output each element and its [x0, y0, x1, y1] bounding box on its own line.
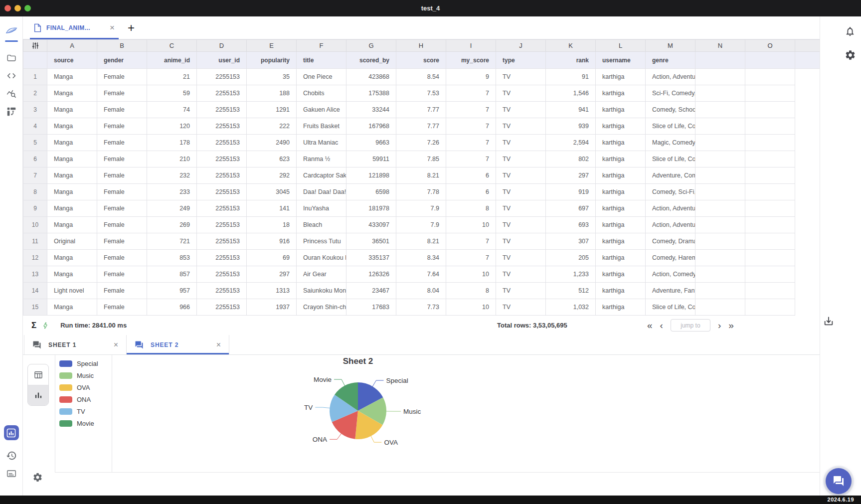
- column-letter-H[interactable]: H: [396, 40, 446, 52]
- new-document-tab-button[interactable]: +: [128, 22, 135, 34]
- grid-cell[interactable]: Female: [97, 102, 147, 118]
- grid-cell[interactable]: 9663: [346, 135, 396, 151]
- grid-cell[interactable]: 802: [546, 151, 596, 168]
- grid-cell[interactable]: Comedy, Drama, M: [646, 233, 695, 250]
- grid-cell[interactable]: [745, 200, 795, 217]
- sheet-tab-1[interactable]: SHEET 1 ×: [24, 335, 127, 354]
- grid-cell[interactable]: 7.9: [396, 200, 446, 217]
- grid-cell[interactable]: 1,032: [546, 299, 596, 316]
- field-header-popularity[interactable]: popularity: [247, 52, 297, 69]
- grid-cell[interactable]: TV: [496, 266, 546, 283]
- grid-cell[interactable]: Ranma ½: [297, 151, 346, 168]
- grid-cell[interactable]: 916: [247, 233, 297, 250]
- grid-cell[interactable]: 188: [247, 85, 297, 102]
- grid-cell[interactable]: 8.04: [396, 283, 446, 299]
- grid-cell[interactable]: 335137: [346, 250, 396, 266]
- column-letter-O[interactable]: O: [745, 40, 795, 52]
- grid-cell[interactable]: [745, 266, 795, 283]
- grid-cell[interactable]: 512: [546, 283, 596, 299]
- grid-cell[interactable]: Action, Adventure,: [646, 69, 695, 85]
- grid-cell[interactable]: Manga: [47, 217, 97, 233]
- row-number[interactable]: 7: [23, 168, 47, 184]
- grid-cell[interactable]: TV: [496, 168, 546, 184]
- row-number[interactable]: 8: [23, 184, 47, 200]
- grid-cell[interactable]: 233: [147, 184, 197, 200]
- grid-cell[interactable]: TV: [496, 217, 546, 233]
- grid-cell[interactable]: 59911: [346, 151, 396, 168]
- grid-cell[interactable]: 7.26: [396, 135, 446, 151]
- grid-cell[interactable]: TV: [496, 69, 546, 85]
- last-page-icon[interactable]: »: [728, 321, 734, 330]
- grid-cell[interactable]: 697: [546, 200, 596, 217]
- column-letter-D[interactable]: D: [197, 40, 247, 52]
- grid-cell[interactable]: 7.73: [396, 299, 446, 316]
- grid-cell[interactable]: 7: [446, 233, 496, 250]
- grid-cell[interactable]: Adventure, Fantas: [646, 283, 695, 299]
- grid-cell[interactable]: 721: [147, 233, 197, 250]
- notes-panel-icon[interactable]: [5, 468, 17, 480]
- grid-cell[interactable]: 17683: [346, 299, 396, 316]
- grid-cell[interactable]: 423868: [346, 69, 396, 85]
- settings-gear-icon[interactable]: [845, 49, 856, 63]
- grid-cell[interactable]: 919: [546, 184, 596, 200]
- legend-item-movie[interactable]: Movie: [59, 417, 112, 429]
- legend-item-music[interactable]: Music: [59, 369, 112, 381]
- grid-cell[interactable]: Female: [97, 266, 147, 283]
- field-header-scored_by[interactable]: scored_by: [346, 52, 396, 69]
- column-letter-L[interactable]: L: [596, 40, 646, 52]
- grid-cell[interactable]: 59: [147, 85, 197, 102]
- grid-cell[interactable]: 2255153: [197, 283, 247, 299]
- grid-cell[interactable]: 7.78: [396, 184, 446, 200]
- grid-cell[interactable]: 2255153: [197, 135, 247, 151]
- grid-cell[interactable]: [745, 299, 795, 316]
- column-letter-B[interactable]: B: [97, 40, 147, 52]
- column-letter-F[interactable]: F: [297, 40, 346, 52]
- grid-cell[interactable]: Manga: [47, 69, 97, 85]
- field-header-type[interactable]: type: [496, 52, 546, 69]
- grid-cell[interactable]: Comedy, Sci-Fi, Sh: [646, 184, 695, 200]
- grid-cell[interactable]: Adventure, Comed: [646, 168, 695, 184]
- grid-cell[interactable]: Manga: [47, 135, 97, 151]
- grid-cell[interactable]: 1,233: [546, 266, 596, 283]
- grid-cell[interactable]: 8.34: [396, 250, 446, 266]
- grid-cell[interactable]: 3045: [247, 184, 297, 200]
- field-header-title[interactable]: title: [297, 52, 346, 69]
- grid-cell[interactable]: [695, 283, 745, 299]
- grid-cell[interactable]: Action, Adventure,: [646, 200, 695, 217]
- grid-cell[interactable]: Crayon Shin-chan: [297, 299, 346, 316]
- grid-cell[interactable]: 2255153: [197, 250, 247, 266]
- grid-cell[interactable]: TV: [496, 102, 546, 118]
- grid-cell[interactable]: [745, 233, 795, 250]
- field-header-user_id[interactable]: user_id: [197, 52, 247, 69]
- grid-cell[interactable]: Female: [97, 85, 147, 102]
- lightning-run-icon[interactable]: [41, 321, 49, 330]
- grid-cell[interactable]: TV: [496, 250, 546, 266]
- grid-cell[interactable]: 297: [546, 168, 596, 184]
- next-page-icon[interactable]: ›: [718, 321, 721, 330]
- field-header-N[interactable]: [695, 52, 745, 69]
- grid-cell[interactable]: 181978: [346, 200, 396, 217]
- grid-cell[interactable]: 69: [247, 250, 297, 266]
- column-letter-C[interactable]: C: [147, 40, 197, 52]
- grid-cell[interactable]: [695, 250, 745, 266]
- grid-cell[interactable]: Cardcaptor Sakura: [297, 168, 346, 184]
- grid-cell[interactable]: karthiga: [596, 233, 646, 250]
- grid-cell[interactable]: TV: [496, 151, 546, 168]
- grid-cell[interactable]: Female: [97, 299, 147, 316]
- grid-cell[interactable]: [695, 233, 745, 250]
- grid-cell[interactable]: 249: [147, 200, 197, 217]
- grid-cell[interactable]: Sci-Fi, Comedy, Dra: [646, 85, 695, 102]
- field-header-O[interactable]: [745, 52, 795, 69]
- grid-cell[interactable]: Slice of Life, Come: [646, 151, 695, 168]
- grid-cell[interactable]: 1291: [247, 102, 297, 118]
- grid-cell[interactable]: 9: [446, 69, 496, 85]
- legend-item-special[interactable]: Special: [59, 357, 112, 369]
- legend-item-ona[interactable]: ONA: [59, 393, 112, 405]
- grid-cell[interactable]: 7: [446, 102, 496, 118]
- grid-cell[interactable]: [695, 299, 745, 316]
- grid-cell[interactable]: Chobits: [297, 85, 346, 102]
- grid-cell[interactable]: karthiga: [596, 184, 646, 200]
- grid-cell[interactable]: 2,594: [546, 135, 596, 151]
- grid-cell[interactable]: Manga: [47, 102, 97, 118]
- close-sheet-icon[interactable]: ×: [216, 341, 221, 349]
